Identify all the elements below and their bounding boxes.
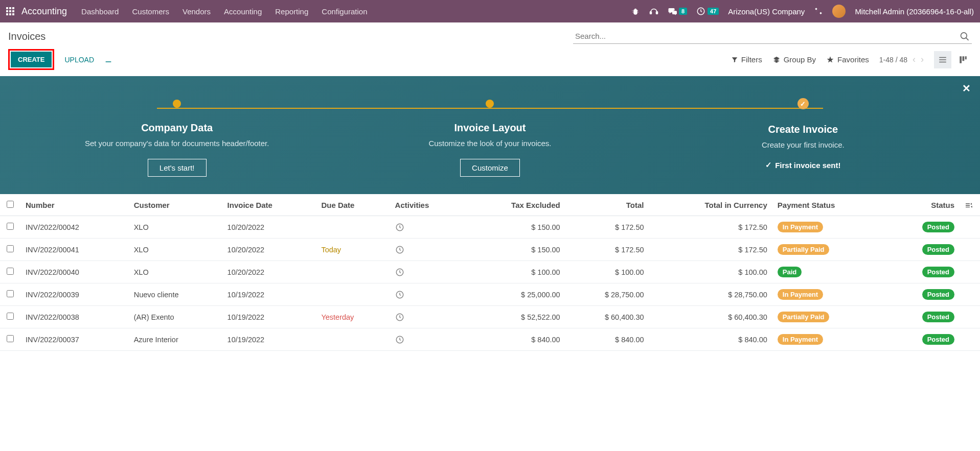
filters-button[interactable]: Filters (731, 55, 762, 64)
cell-total: $ 172.50 (565, 239, 649, 261)
clock-icon[interactable] (395, 290, 404, 298)
table-row[interactable]: INV/2022/00041 XLO 10/20/2022 Today $ 15… (0, 239, 980, 261)
customize-button[interactable]: Customize (460, 159, 520, 177)
table-row[interactable]: INV/2022/00040 XLO 10/20/2022 $ 100.00 $… (0, 261, 980, 283)
clock-icon[interactable] (395, 245, 404, 253)
cell-total-currency: $ 172.50 (649, 239, 772, 261)
activities-clock-icon[interactable]: 47 (696, 7, 719, 16)
close-icon[interactable]: ✕ (962, 82, 971, 94)
cell-number: INV/2022/00039 (20, 283, 129, 306)
cell-tax-excluded: $ 840.00 (465, 328, 565, 351)
row-checkbox[interactable] (7, 313, 14, 320)
cell-activities[interactable] (390, 328, 465, 351)
table-row[interactable]: INV/2022/00042 XLO 10/20/2022 $ 150.00 $… (0, 216, 980, 239)
cell-number: INV/2022/00038 (20, 306, 129, 328)
nav-dashboard[interactable]: Dashboard (81, 7, 119, 16)
nav-accounting[interactable]: Accounting (224, 7, 262, 16)
kanban-view-button[interactable] (954, 51, 972, 68)
clock-icon[interactable] (395, 267, 404, 276)
cell-due-date (316, 328, 390, 351)
col-total-currency[interactable]: Total in Currency (649, 194, 772, 216)
tools-icon[interactable] (814, 7, 823, 16)
select-all-checkbox[interactable] (7, 201, 14, 208)
favorites-button[interactable]: Favorites (826, 55, 869, 64)
row-checkbox[interactable] (7, 290, 14, 297)
col-status[interactable]: Status (887, 194, 960, 216)
col-due-date[interactable]: Due Date (316, 194, 390, 216)
step-desc: Set your company's data for documents he… (20, 138, 333, 149)
col-invoice-date[interactable]: Invoice Date (222, 194, 316, 216)
clock-icon[interactable] (395, 335, 404, 343)
company-selector[interactable]: Arizona(US) Company (728, 7, 805, 16)
row-checkbox[interactable] (7, 335, 14, 342)
row-checkbox[interactable] (7, 223, 14, 230)
svg-rect-11 (965, 56, 967, 59)
cell-status: Posted (887, 239, 960, 261)
step-title: Create Invoice (647, 124, 960, 135)
bug-icon[interactable] (631, 7, 640, 16)
messages-icon[interactable]: 8 (668, 7, 687, 16)
groupby-label: Group By (784, 55, 816, 64)
nav-vendors[interactable]: Vendors (183, 7, 211, 16)
cell-payment-status: In Payment (772, 328, 887, 351)
pager-prev-icon[interactable]: ‹ (913, 54, 916, 65)
filters-label: Filters (741, 55, 762, 64)
step-dot-done (797, 98, 809, 109)
table-row[interactable]: INV/2022/00037 Azure Interior 10/19/2022… (0, 328, 980, 351)
cell-activities[interactable] (390, 261, 465, 283)
pager: 1-48 / 48 ‹ › (879, 54, 924, 65)
upload-button[interactable]: UPLOAD (59, 53, 99, 67)
cell-activities[interactable] (390, 239, 465, 261)
cell-customer: XLO (129, 239, 222, 261)
nav-customers[interactable]: Customers (132, 7, 169, 16)
kanban-icon (959, 55, 968, 64)
col-customer[interactable]: Customer (129, 194, 222, 216)
cell-payment-status: Partially Paid (772, 306, 887, 328)
table-row[interactable]: INV/2022/00038 (AR) Exento 10/19/2022 Ye… (0, 306, 980, 328)
user-name[interactable]: Mitchell Admin (20366964-16-0-all) (855, 7, 974, 16)
apps-grid-icon[interactable] (6, 7, 14, 15)
cell-invoice-date: 10/19/2022 (222, 306, 316, 328)
cell-total: $ 172.50 (565, 216, 649, 239)
svg-rect-8 (939, 61, 946, 62)
pager-next-icon[interactable]: › (921, 54, 924, 65)
clock-icon[interactable] (395, 312, 404, 321)
col-number[interactable]: Number (20, 194, 129, 216)
user-avatar[interactable] (832, 5, 846, 18)
cell-invoice-date: 10/19/2022 (222, 328, 316, 351)
row-checkbox[interactable] (7, 268, 14, 275)
breadcrumb: Invoices (8, 31, 45, 42)
svg-rect-1 (656, 12, 657, 14)
table-row[interactable]: INV/2022/00039 Nuevo cliente 10/19/2022 … (0, 283, 980, 306)
nav-configuration[interactable]: Configuration (322, 7, 367, 16)
cell-status: Posted (887, 306, 960, 328)
cell-total-currency: $ 100.00 (649, 261, 772, 283)
status-badge: Posted (922, 312, 954, 322)
create-button[interactable]: CREATE (11, 52, 52, 67)
col-activities[interactable]: Activities (390, 194, 465, 216)
download-icon[interactable] (104, 55, 112, 64)
list-view-button[interactable] (934, 51, 951, 68)
pager-text[interactable]: 1-48 / 48 (879, 56, 907, 64)
search-icon[interactable] (960, 31, 970, 41)
col-payment-status[interactable]: Payment Status (772, 194, 887, 216)
search-input[interactable] (573, 29, 972, 44)
lets-start-button[interactable]: Let's start! (148, 159, 207, 177)
col-total[interactable]: Total (565, 194, 649, 216)
cell-activities[interactable] (390, 306, 465, 328)
column-settings-icon[interactable] (960, 194, 980, 216)
nav-reporting[interactable]: Reporting (275, 7, 308, 16)
create-button-highlight: CREATE (8, 49, 54, 70)
support-icon[interactable] (649, 7, 658, 16)
status-badge: Posted (922, 267, 954, 277)
groupby-button[interactable]: Group By (772, 55, 816, 64)
cell-tax-excluded: $ 100.00 (465, 261, 565, 283)
cell-activities[interactable] (390, 283, 465, 306)
app-brand[interactable]: Accounting (21, 6, 67, 17)
cell-activities[interactable] (390, 216, 465, 239)
col-tax-excluded[interactable]: Tax Excluded (465, 194, 565, 216)
clock-icon[interactable] (395, 222, 404, 231)
cell-tax-excluded: $ 52,522.00 (465, 306, 565, 328)
top-navbar: Accounting Dashboard Customers Vendors A… (0, 0, 980, 22)
row-checkbox[interactable] (7, 245, 14, 252)
